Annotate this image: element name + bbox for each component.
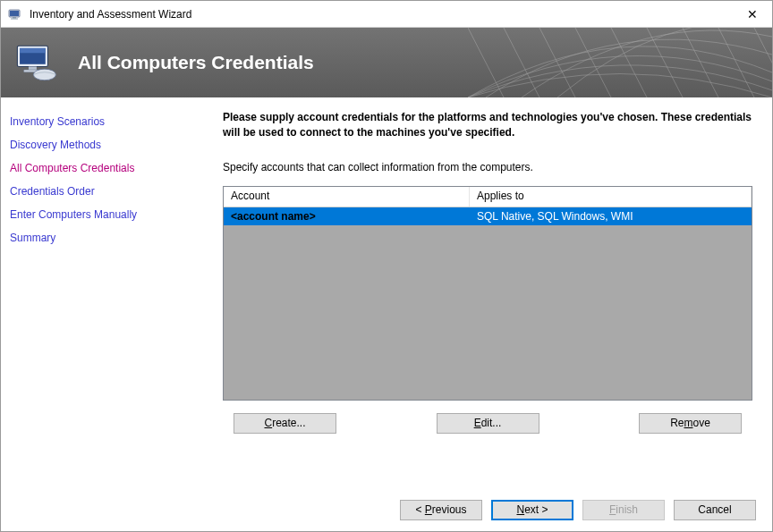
create-button[interactable]: Create... (234, 413, 336, 434)
svg-point-9 (33, 69, 55, 80)
svg-rect-6 (20, 48, 46, 53)
remove-button[interactable]: Remove (639, 413, 742, 434)
svg-rect-3 (11, 18, 18, 19)
grid-action-row: Create... Edit... Remove (223, 413, 752, 434)
cell-applies-to: SQL Native, SQL Windows, WMI (470, 208, 752, 224)
grid-row[interactable]: <account name> SQL Native, SQL Windows, … (224, 207, 752, 225)
edit-button[interactable]: Edit... (437, 413, 539, 434)
subtext: Specify accounts that can collect inform… (223, 161, 752, 173)
banner: All Computers Credentials (1, 28, 772, 97)
svg-rect-1 (10, 11, 19, 16)
sidebar-item-discovery-methods[interactable]: Discovery Methods (8, 133, 196, 156)
banner-computer-icon (10, 37, 62, 89)
title-bar: Inventory and Assessment Wizard ✕ (1, 1, 772, 28)
wizard-window: Inventory and Assessment Wizard ✕ (0, 0, 773, 532)
sidebar-item-all-computers-credentials[interactable]: All Computers Credentials (8, 156, 196, 180)
sidebar-item-credentials-order[interactable]: Credentials Order (8, 180, 196, 203)
finish-button: Finish (582, 500, 665, 520)
banner-mesh-decoration (468, 28, 772, 97)
previous-button[interactable]: < Previous (400, 500, 482, 520)
wizard-footer: < Previous Next > Finish Cancel (1, 488, 772, 531)
cancel-button[interactable]: Cancel (674, 500, 756, 520)
app-icon (8, 7, 22, 21)
banner-title: All Computers Credentials (78, 52, 314, 73)
sidebar-item-inventory-scenarios[interactable]: Inventory Scenarios (8, 110, 196, 133)
column-header-account[interactable]: Account (224, 187, 470, 207)
credentials-grid: Account Applies to <account name> SQL Na… (223, 186, 752, 401)
wizard-sidebar: Inventory Scenarios Discovery Methods Al… (1, 97, 203, 488)
sidebar-item-summary[interactable]: Summary (8, 226, 196, 249)
wizard-body: Inventory Scenarios Discovery Methods Al… (1, 97, 772, 488)
instructions-text: Please supply account credentials for th… (223, 110, 752, 141)
grid-body: <account name> SQL Native, SQL Windows, … (224, 207, 752, 400)
sidebar-item-enter-computers-manually[interactable]: Enter Computers Manually (8, 203, 196, 226)
column-header-applies-to[interactable]: Applies to (470, 187, 752, 207)
grid-header: Account Applies to (224, 187, 752, 207)
wizard-main: Please supply account credentials for th… (203, 97, 772, 488)
close-button[interactable]: ✕ (732, 1, 772, 27)
window-title: Inventory and Assessment Wizard (30, 8, 732, 21)
cell-account: <account name> (224, 208, 470, 224)
svg-rect-2 (13, 17, 16, 19)
close-icon: ✕ (747, 8, 758, 21)
next-button[interactable]: Next > (491, 500, 573, 520)
svg-rect-7 (29, 66, 37, 70)
